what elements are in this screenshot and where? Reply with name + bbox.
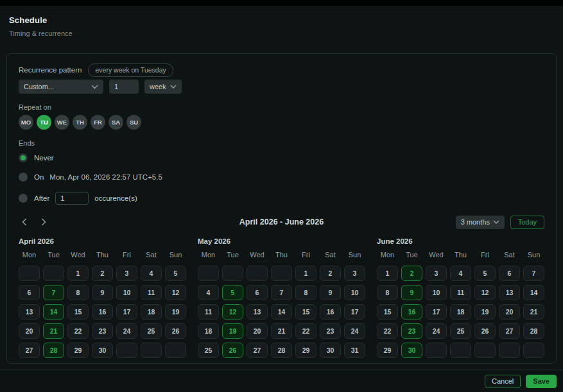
day-cell[interactable]: 2 [92,266,113,281]
day-cell[interactable]: 9 [401,285,422,300]
next-month-button[interactable] [38,216,49,228]
day-cell[interactable]: 28 [271,343,292,358]
day-cell[interactable]: 28 [43,343,64,358]
day-cell[interactable]: 30 [320,343,341,358]
day-cell[interactable]: 10 [426,285,447,300]
day-cell[interactable]: 4 [141,266,162,281]
day-cell[interactable]: 23 [320,323,341,339]
day-cell[interactable]: 13 [247,304,268,320]
day-cell[interactable]: 3 [426,266,447,281]
day-cell[interactable]: 19 [474,304,496,320]
day-cell[interactable]: 17 [426,304,447,320]
day-cell[interactable]: 8 [377,285,398,300]
day-cell[interactable]: 20 [19,323,40,339]
day-cell[interactable]: 20 [499,304,520,320]
day-cell[interactable]: 4 [450,266,471,281]
day-pill-sa[interactable]: SA [108,115,123,130]
day-cell[interactable]: 2 [320,266,341,281]
day-pill-th[interactable]: TH [73,115,87,130]
day-cell[interactable]: 22 [67,323,89,339]
frequency-select[interactable]: Custom... [19,80,103,94]
day-cell[interactable]: 3 [344,266,365,281]
day-cell[interactable]: 15 [67,304,89,320]
day-cell[interactable]: 1 [295,266,316,281]
save-button[interactable]: Save [526,375,557,388]
day-cell[interactable]: 4 [198,285,219,300]
day-cell[interactable]: 18 [198,323,219,339]
unit-select[interactable]: week [144,80,182,94]
ends-radio-on[interactable] [19,173,28,182]
day-cell[interactable]: 18 [450,304,471,320]
day-pill-fr[interactable]: FR [91,115,105,130]
day-cell[interactable]: 12 [165,285,186,300]
day-cell[interactable]: 23 [92,323,113,339]
day-cell[interactable]: 18 [141,304,162,320]
day-cell[interactable]: 30 [92,343,113,358]
day-cell[interactable]: 27 [247,343,268,358]
day-cell[interactable]: 10 [344,285,365,300]
day-cell[interactable]: 6 [247,285,268,300]
day-cell[interactable]: 19 [222,323,243,339]
day-cell[interactable]: 5 [165,266,186,281]
day-cell[interactable]: 12 [222,304,243,320]
day-cell[interactable]: 19 [165,304,186,320]
day-cell[interactable]: 7 [523,266,544,281]
interval-input[interactable]: 1 [109,80,139,94]
day-cell[interactable]: 5 [474,266,496,281]
range-select[interactable]: 3 months [456,216,505,229]
day-pill-mo[interactable]: MO [19,115,33,130]
day-cell[interactable]: 31 [344,343,365,358]
day-pill-tu[interactable]: TU [37,115,51,130]
day-cell[interactable]: 11 [141,285,162,300]
occurrences-input[interactable]: 1 [55,192,89,205]
day-cell[interactable]: 14 [43,304,64,320]
day-cell[interactable]: 24 [116,323,137,339]
day-cell[interactable]: 1 [67,266,89,281]
day-cell[interactable]: 29 [295,343,316,358]
day-cell[interactable]: 13 [499,285,520,300]
day-cell[interactable]: 17 [116,304,137,320]
day-pill-we[interactable]: WE [55,115,69,130]
day-cell[interactable]: 8 [67,285,89,300]
day-cell[interactable]: 25 [198,343,219,358]
day-cell[interactable]: 2 [401,266,422,281]
day-cell[interactable]: 30 [401,343,422,358]
day-cell[interactable]: 10 [116,285,137,300]
day-cell[interactable]: 25 [141,323,162,339]
prev-month-button[interactable] [19,216,30,228]
day-cell[interactable]: 29 [377,343,398,358]
day-cell[interactable]: 26 [474,323,496,339]
day-cell[interactable]: 21 [43,323,64,339]
day-cell[interactable]: 29 [67,343,89,358]
day-cell[interactable]: 27 [19,343,40,358]
day-cell[interactable]: 27 [499,323,520,339]
day-cell[interactable]: 22 [295,323,316,339]
day-cell[interactable]: 26 [165,323,186,339]
day-cell[interactable]: 9 [92,285,113,300]
day-cell[interactable]: 7 [43,285,64,300]
day-cell[interactable]: 14 [271,304,292,320]
day-cell[interactable]: 20 [247,323,268,339]
day-cell[interactable]: 28 [523,323,544,339]
day-cell[interactable]: 5 [222,285,243,300]
ends-radio-never[interactable] [19,153,28,162]
day-cell[interactable]: 11 [450,285,471,300]
day-cell[interactable]: 7 [271,285,292,300]
day-cell[interactable]: 25 [450,323,471,339]
day-cell[interactable]: 14 [523,285,544,300]
day-cell[interactable]: 22 [377,323,398,339]
day-cell[interactable]: 8 [295,285,316,300]
day-cell[interactable]: 17 [344,304,365,320]
today-button[interactable]: Today [510,216,544,229]
day-cell[interactable]: 11 [198,304,219,320]
day-cell[interactable]: 6 [499,266,520,281]
day-cell[interactable]: 23 [401,323,422,339]
day-cell[interactable]: 9 [320,285,341,300]
day-pill-su[interactable]: SU [126,115,141,130]
day-cell[interactable]: 3 [116,266,137,281]
day-cell[interactable]: 1 [377,266,398,281]
day-cell[interactable]: 16 [401,304,422,320]
ends-radio-after[interactable] [19,194,28,203]
day-cell[interactable]: 21 [271,323,292,339]
day-cell[interactable]: 24 [344,323,365,339]
